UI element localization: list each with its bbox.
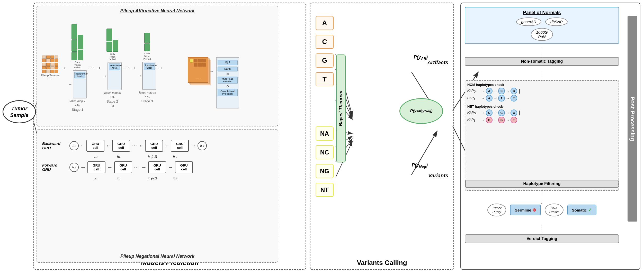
- hap-arrow-5: →: [494, 96, 497, 100]
- backward-gru-label: BackwardGRU: [42, 141, 68, 150]
- het-hap-G-row: HAPG → C → G → C ‖: [467, 109, 616, 116]
- 1000G-PoN-oval: 1000GPoN: [531, 28, 553, 41]
- verdict-row: TumorPurity Germline ⊗ CNAProfile Somati…: [465, 204, 619, 216]
- panel-of-normals-title: Panel of Normals: [468, 10, 616, 15]
- pileup-affirmative-box: Pileup Affirmative Neural Network: [37, 6, 278, 126]
- green-col-s2-2: [113, 40, 118, 52]
- gnomAD-oval: gnomAD: [516, 17, 541, 26]
- hap-node-C2: C: [486, 109, 493, 116]
- acgt-T: T: [316, 72, 334, 86]
- green-col-1: [71, 24, 77, 60]
- gru-cell-fwd-1: GRUcell: [87, 161, 105, 173]
- h1-circle-back: h₁: [69, 141, 79, 150]
- hap-node-T1: T: [511, 95, 517, 102]
- pileup-affirmative-title: Pileup Affirmative Neural Network: [37, 8, 278, 14]
- dashed-arrow-3: ↓: [541, 192, 543, 205]
- hap-node-A3: A: [498, 95, 505, 102]
- x2-label: x₂: [110, 176, 128, 180]
- hap-node-A1: A: [486, 88, 493, 94]
- nacgt-NA: NA: [316, 126, 334, 141]
- hap-equals-1: ‖: [518, 88, 521, 94]
- left-arrow-1: ←: [80, 143, 85, 149]
- h1-label: h₁: [87, 154, 105, 159]
- hap-equals-2: ‖: [518, 110, 521, 116]
- hi-circle-fwd: h_i: [69, 163, 79, 172]
- hap-node-T2: T: [511, 117, 517, 123]
- gru-area: BackwardGRU h₁ ← GRUcell ← GRUcell · · ·…: [42, 135, 273, 250]
- panel-of-normals: Panel of Normals gnomAD dbSNP 1000GPoN: [465, 7, 619, 44]
- forward-gru-row: ForwardGRU h_i → GRUcell → GRUcell · · ·…: [42, 161, 273, 173]
- nacgt-NC: NC: [316, 145, 334, 159]
- arrow-s3-conv-transformer: →: [138, 74, 142, 78]
- verdict-tagging-box: Verdict Tagging: [465, 234, 619, 243]
- stage2-label: Stage 2: [106, 99, 118, 103]
- dots-2: · · ·: [123, 66, 129, 70]
- post-processing-title: Post-Processing: [628, 16, 637, 222]
- hap-arrow-9: →: [506, 111, 509, 115]
- h-labels-row: h₁ h₂ h_{t-1} h_t: [73, 154, 273, 159]
- right-arrow-ht: →: [190, 142, 196, 149]
- arrow-conv-to-transformer: →: [68, 82, 72, 87]
- ht1-label: h_{t-1}: [144, 154, 162, 159]
- cna-profile-oval: CNAProfile: [545, 204, 564, 216]
- gru-cell-fwd-t: GRUcell: [175, 161, 193, 173]
- transformer-block-3: TransformerBlock: [142, 62, 156, 90]
- stage2-box: ConvTokenEmbed → TransformerBlock Token …: [103, 29, 122, 107]
- gru-cell-back-t: GRUcell: [171, 140, 189, 152]
- p-y-neg-label: P(yNeg): [412, 162, 428, 169]
- right-arrow-fwd-4: →: [168, 164, 173, 171]
- somatic-badge: Somatic ✓: [567, 205, 596, 215]
- hap-arrow-4: →: [481, 96, 485, 100]
- acgt-area: A C G T: [316, 16, 334, 86]
- models-prediction-box: Models Prediction Pileup Affirmative Neu…: [33, 3, 306, 270]
- stage1-label: Stage 1: [72, 108, 83, 112]
- arrow-s2-conv-transformer: →: [103, 74, 107, 78]
- transformer-block-1: TransformerBlock: [73, 70, 87, 98]
- token-map-x2: Token map x₂: [104, 91, 121, 95]
- stage3-box: ConvTokenEmbed → TransformerBlock Token …: [138, 33, 156, 103]
- variants-label-vc: Variants: [428, 173, 448, 179]
- green-col-s2-1: [106, 29, 112, 52]
- gru-cell-back-t1: GRUcell: [145, 140, 163, 152]
- left-arrow-3: ←: [139, 143, 144, 149]
- stage-diagram: Pileup Tensors · · · →: [41, 19, 275, 117]
- hap-node-G1: G: [511, 88, 517, 94]
- acgt-A: A: [316, 16, 334, 30]
- hap-S-label-2: HAPS: [467, 118, 480, 122]
- hap-arrow-11: →: [494, 118, 497, 122]
- vit-transformer: MLP Norm Multi-HeadAttention Convolution…: [216, 57, 239, 108]
- hap-node-C3: C: [511, 109, 517, 116]
- post-processing-box: Post-Processing Panel of Normals gnomAD …: [460, 3, 640, 270]
- vit-block: · · · → MLP Norm Mu: [165, 57, 233, 79]
- h2-label: h₂: [110, 154, 128, 159]
- right-arrow-fwd-1: →: [80, 164, 86, 171]
- germline-badge: Germline ⊗: [510, 205, 541, 215]
- dbSNP-oval: dbSNP: [545, 17, 568, 26]
- variants-calling-box: Variants Calling A C G T NA NC NG NT Bay…: [310, 3, 454, 270]
- xt1-label: x_{t-1}: [144, 176, 162, 180]
- haplotype-filtering-box: HOM haplotypes check HAPG → A → C → G ‖ …: [465, 80, 619, 191]
- pileup-negational-title: Pileup Negational Neural Network: [37, 254, 278, 259]
- token-map-x1: Token map x₁: [69, 99, 86, 103]
- right-arrow-fwd-3: →: [141, 164, 147, 171]
- pileup-tensors-label: Pileup Tensors: [41, 74, 59, 77]
- panel-row-1: gnomAD dbSNP: [468, 17, 616, 26]
- artifacts-label-vc: Artifacts: [427, 60, 448, 66]
- hap-node-G2: G: [498, 109, 505, 116]
- backward-gru-row: BackwardGRU h₁ ← GRUcell ← GRUcell · · ·…: [42, 140, 273, 152]
- hom-check-title: HOM haplotypes check: [467, 83, 616, 87]
- ht-circle-back: h_t: [198, 141, 207, 150]
- hap-node-C1: C: [498, 88, 505, 94]
- arrow-stage3-to-vit: →: [158, 65, 164, 71]
- gru-cell-fwd-2: GRUcell: [114, 161, 132, 173]
- hap-node-G3: G: [498, 117, 505, 123]
- hap-arrow-10: →: [481, 118, 485, 122]
- variants-calling-label: Variants Calling: [310, 259, 453, 267]
- stage3-label: Stage 3: [141, 99, 153, 103]
- acgt-C: C: [316, 35, 334, 49]
- dots-1: · · ·: [88, 66, 94, 70]
- tumor-sample-label: TumorSample: [10, 105, 28, 118]
- main-container: TumorSample Models Prediction Pileup Aff…: [0, 0, 644, 275]
- hap-arrow-7: →: [481, 111, 485, 115]
- het-check-title: HET haplotypes check: [467, 105, 616, 108]
